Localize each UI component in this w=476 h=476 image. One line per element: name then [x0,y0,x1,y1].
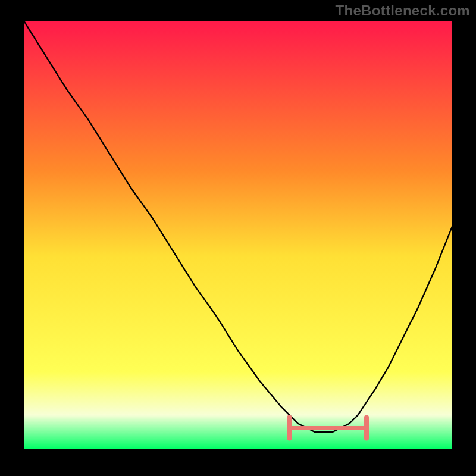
sweet-spot-dot [303,427,306,429]
sweet-spot-dot [342,427,345,429]
chart-frame: TheBottleneck.com [0,0,476,476]
sweet-spot-dot [296,427,298,429]
watermark-text: TheBottleneck.com [336,2,470,19]
sweet-spot-dot [334,427,337,429]
sweet-spot-dot [350,427,352,429]
plot-area [24,21,452,449]
sweet-spot-cap-left [287,415,292,440]
chart-svg [24,21,452,449]
sweet-spot-dot [327,427,329,429]
sweet-spot-dot [358,427,360,429]
sweet-spot-cap-right [364,415,369,440]
sweet-spot-dot [311,427,314,429]
background-gradient [24,21,452,449]
sweet-spot-dot [319,427,321,429]
